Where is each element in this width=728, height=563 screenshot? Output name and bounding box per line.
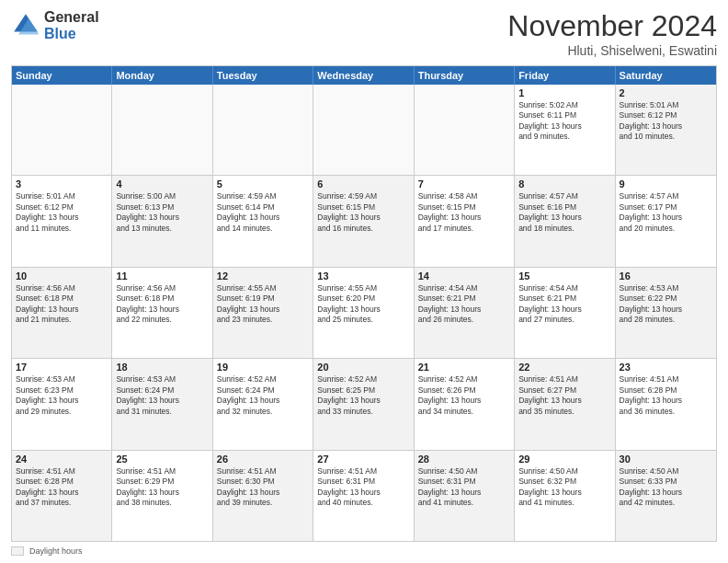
day-cell-7: 7Sunrise: 4:58 AM Sunset: 6:15 PM Daylig…: [415, 176, 515, 266]
day-number: 12: [217, 270, 309, 282]
day-number: 7: [418, 178, 510, 190]
day-cell-12: 12Sunrise: 4:55 AM Sunset: 6:19 PM Dayli…: [213, 268, 313, 358]
day-cell-20: 20Sunrise: 4:52 AM Sunset: 6:25 PM Dayli…: [313, 359, 414, 449]
day-cell-9: 9Sunrise: 4:57 AM Sunset: 6:17 PM Daylig…: [616, 176, 716, 266]
calendar: SundayMondayTuesdayWednesdayThursdayFrid…: [11, 65, 717, 542]
day-number: 18: [116, 362, 208, 373]
day-cell-27: 27Sunrise: 4:51 AM Sunset: 6:31 PM Dayli…: [313, 451, 414, 541]
legend-label: Daylight hours: [29, 546, 83, 556]
title-block: November 2024 Hluti, Shiselweni, Eswatin…: [507, 9, 717, 58]
calendar-row-0: 1Sunrise: 5:02 AM Sunset: 6:11 PM Daylig…: [12, 85, 716, 175]
day-number: 2: [620, 87, 712, 98]
day-cell-14: 14Sunrise: 4:54 AM Sunset: 6:21 PM Dayli…: [415, 268, 515, 358]
day-info: Sunrise: 4:59 AM Sunset: 6:14 PM Dayligh…: [217, 191, 309, 234]
day-info: Sunrise: 4:51 AM Sunset: 6:27 PM Dayligh…: [518, 374, 610, 417]
day-number: 22: [518, 362, 610, 373]
day-number: 19: [217, 362, 309, 373]
calendar-row-4: 24Sunrise: 4:51 AM Sunset: 6:28 PM Dayli…: [12, 450, 716, 541]
day-info: Sunrise: 4:51 AM Sunset: 6:28 PM Dayligh…: [620, 374, 712, 417]
day-cell-1: 1Sunrise: 5:02 AM Sunset: 6:11 PM Daylig…: [515, 85, 615, 175]
calendar-row-1: 3Sunrise: 5:01 AM Sunset: 6:12 PM Daylig…: [12, 175, 716, 266]
day-info: Sunrise: 4:56 AM Sunset: 6:18 PM Dayligh…: [16, 283, 108, 326]
day-number: 4: [116, 178, 208, 190]
day-info: Sunrise: 4:59 AM Sunset: 6:15 PM Dayligh…: [317, 191, 409, 234]
empty-cell-0-3: [313, 85, 414, 175]
legend: Daylight hours: [11, 546, 717, 556]
month-title: November 2024: [507, 9, 717, 43]
day-cell-17: 17Sunrise: 4:53 AM Sunset: 6:23 PM Dayli…: [12, 359, 112, 449]
day-cell-3: 3Sunrise: 5:01 AM Sunset: 6:12 PM Daylig…: [12, 176, 112, 266]
day-number: 13: [317, 270, 409, 282]
logo-text: General Blue: [44, 9, 99, 41]
calendar-row-2: 10Sunrise: 4:56 AM Sunset: 6:18 PM Dayli…: [12, 267, 716, 358]
day-number: 26: [217, 454, 309, 465]
day-cell-6: 6Sunrise: 4:59 AM Sunset: 6:15 PM Daylig…: [313, 176, 414, 266]
day-info: Sunrise: 4:51 AM Sunset: 6:29 PM Dayligh…: [116, 466, 208, 509]
calendar-header: SundayMondayTuesdayWednesdayThursdayFrid…: [12, 66, 716, 85]
day-number: 8: [518, 178, 610, 190]
day-number: 10: [16, 270, 108, 282]
header: General Blue November 2024 Hluti, Shisel…: [11, 9, 717, 58]
day-number: 5: [217, 178, 309, 190]
empty-cell-0-4: [415, 85, 515, 175]
day-cell-24: 24Sunrise: 4:51 AM Sunset: 6:28 PM Dayli…: [12, 451, 112, 541]
main-container: General Blue November 2024 Hluti, Shisel…: [0, 0, 728, 563]
weekday-header-friday: Friday: [515, 66, 615, 85]
day-info: Sunrise: 5:00 AM Sunset: 6:13 PM Dayligh…: [116, 191, 208, 234]
day-cell-22: 22Sunrise: 4:51 AM Sunset: 6:27 PM Dayli…: [515, 359, 615, 449]
day-number: 11: [116, 270, 208, 282]
empty-cell-0-1: [112, 85, 212, 175]
day-number: 9: [620, 178, 712, 190]
day-number: 24: [16, 454, 108, 465]
day-cell-28: 28Sunrise: 4:50 AM Sunset: 6:31 PM Dayli…: [415, 451, 515, 541]
day-cell-8: 8Sunrise: 4:57 AM Sunset: 6:16 PM Daylig…: [515, 176, 615, 266]
day-number: 20: [317, 362, 409, 373]
day-info: Sunrise: 4:51 AM Sunset: 6:31 PM Dayligh…: [317, 466, 409, 509]
location: Hluti, Shiselweni, Eswatini: [507, 43, 717, 58]
empty-cell-0-2: [213, 85, 313, 175]
day-info: Sunrise: 5:01 AM Sunset: 6:12 PM Dayligh…: [16, 191, 108, 234]
day-number: 23: [620, 362, 712, 373]
weekday-header-wednesday: Wednesday: [313, 66, 414, 85]
day-cell-21: 21Sunrise: 4:52 AM Sunset: 6:26 PM Dayli…: [415, 359, 515, 449]
day-info: Sunrise: 4:54 AM Sunset: 6:21 PM Dayligh…: [518, 283, 610, 326]
logo-general-text: General: [44, 9, 99, 26]
day-info: Sunrise: 4:50 AM Sunset: 6:32 PM Dayligh…: [518, 466, 610, 509]
day-info: Sunrise: 4:53 AM Sunset: 6:22 PM Dayligh…: [620, 283, 712, 326]
day-info: Sunrise: 4:50 AM Sunset: 6:31 PM Dayligh…: [418, 466, 510, 509]
day-number: 17: [16, 362, 108, 373]
day-number: 28: [418, 454, 510, 465]
day-cell-5: 5Sunrise: 4:59 AM Sunset: 6:14 PM Daylig…: [213, 176, 313, 266]
weekday-header-monday: Monday: [112, 66, 212, 85]
day-info: Sunrise: 4:52 AM Sunset: 6:24 PM Dayligh…: [217, 374, 309, 417]
day-number: 30: [620, 454, 712, 465]
day-info: Sunrise: 5:02 AM Sunset: 6:11 PM Dayligh…: [518, 100, 610, 143]
day-cell-23: 23Sunrise: 4:51 AM Sunset: 6:28 PM Dayli…: [616, 359, 716, 449]
calendar-body: 1Sunrise: 5:02 AM Sunset: 6:11 PM Daylig…: [12, 85, 716, 541]
day-info: Sunrise: 4:58 AM Sunset: 6:15 PM Dayligh…: [418, 191, 510, 234]
day-cell-29: 29Sunrise: 4:50 AM Sunset: 6:32 PM Dayli…: [515, 451, 615, 541]
day-cell-26: 26Sunrise: 4:51 AM Sunset: 6:30 PM Dayli…: [213, 451, 313, 541]
day-info: Sunrise: 4:57 AM Sunset: 6:17 PM Dayligh…: [620, 191, 712, 234]
day-info: Sunrise: 4:54 AM Sunset: 6:21 PM Dayligh…: [418, 283, 510, 326]
day-cell-10: 10Sunrise: 4:56 AM Sunset: 6:18 PM Dayli…: [12, 268, 112, 358]
day-info: Sunrise: 4:53 AM Sunset: 6:23 PM Dayligh…: [16, 374, 108, 417]
day-cell-18: 18Sunrise: 4:53 AM Sunset: 6:24 PM Dayli…: [112, 359, 212, 449]
day-cell-25: 25Sunrise: 4:51 AM Sunset: 6:29 PM Dayli…: [112, 451, 212, 541]
day-cell-2: 2Sunrise: 5:01 AM Sunset: 6:12 PM Daylig…: [616, 85, 716, 175]
day-cell-13: 13Sunrise: 4:55 AM Sunset: 6:20 PM Dayli…: [313, 268, 414, 358]
day-info: Sunrise: 4:53 AM Sunset: 6:24 PM Dayligh…: [116, 374, 208, 417]
day-info: Sunrise: 4:57 AM Sunset: 6:16 PM Dayligh…: [518, 191, 610, 234]
logo: General Blue: [11, 9, 99, 41]
day-info: Sunrise: 5:01 AM Sunset: 6:12 PM Dayligh…: [620, 100, 712, 143]
day-number: 25: [116, 454, 208, 465]
day-info: Sunrise: 4:51 AM Sunset: 6:30 PM Dayligh…: [217, 466, 309, 509]
day-number: 21: [418, 362, 510, 373]
day-number: 14: [418, 270, 510, 282]
weekday-header-saturday: Saturday: [616, 66, 716, 85]
logo-icon: [11, 11, 40, 40]
day-info: Sunrise: 4:52 AM Sunset: 6:25 PM Dayligh…: [317, 374, 409, 417]
day-info: Sunrise: 4:56 AM Sunset: 6:18 PM Dayligh…: [116, 283, 208, 326]
day-info: Sunrise: 4:55 AM Sunset: 6:19 PM Dayligh…: [217, 283, 309, 326]
day-number: 16: [620, 270, 712, 282]
